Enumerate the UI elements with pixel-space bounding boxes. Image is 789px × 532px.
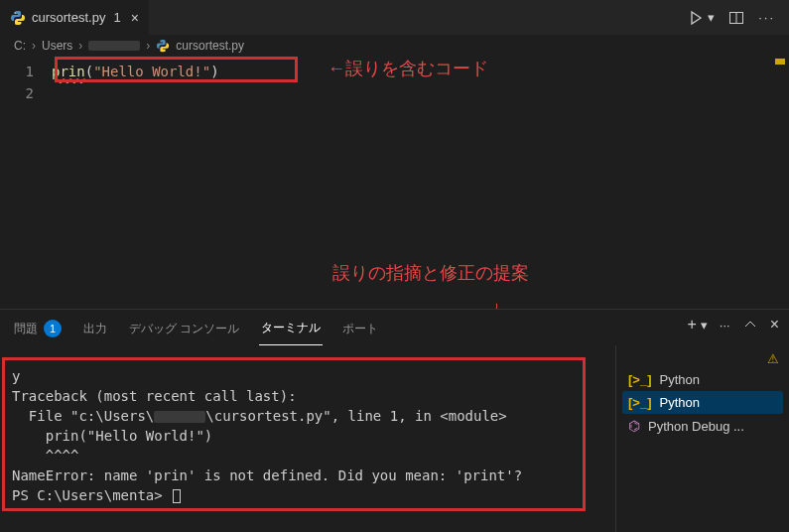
svg-point-0	[14, 12, 15, 13]
minimap-warning-marker[interactable]	[775, 59, 785, 65]
warning-icon[interactable]: ⚠	[767, 351, 779, 366]
panel-tab-debug-console[interactable]: デバッグ コンソール	[127, 317, 241, 345]
tab-dirty-indicator: 1	[113, 10, 120, 25]
breadcrumb-seg[interactable]: Users	[42, 39, 72, 53]
python-file-icon	[156, 39, 170, 53]
annotation-terminal-highlight-box	[2, 357, 586, 511]
panel-tab-output[interactable]: 出力	[81, 317, 109, 345]
python-terminal-icon: [>_]	[628, 395, 651, 410]
terminal-list-item[interactable]: [>_] Python	[622, 368, 783, 391]
editor-tab-active[interactable]: cursortest.py 1 ×	[0, 0, 150, 35]
panel-close-button[interactable]: ×	[770, 316, 779, 333]
annotation-code-error-label: ←誤りを含むコード	[328, 57, 488, 80]
tab-close-button[interactable]: ×	[131, 10, 139, 26]
panel-tab-ports[interactable]: ポート	[340, 317, 380, 345]
line-number: 2	[0, 82, 52, 104]
panel-actions: + ▾ ··· ×	[687, 316, 779, 333]
tab-filename: cursortest.py	[32, 10, 105, 25]
panel-more-icon[interactable]: ···	[720, 318, 730, 332]
chevron-right-icon: ›	[78, 39, 82, 53]
editor-actions: ▾ ···	[688, 10, 789, 26]
code-editor[interactable]: 1 prin("Hello World!") 2 ←誤りを含むコード	[0, 57, 789, 104]
breadcrumb[interactable]: C: › Users › › cursortest.py	[0, 35, 789, 57]
terminal-list-item-selected[interactable]: [>_] Python	[622, 391, 783, 414]
python-file-icon	[10, 10, 26, 26]
problems-count-badge: 1	[44, 320, 62, 337]
annotation-terminal-suggestion-label: 誤りの指摘と修正の提案	[332, 261, 529, 285]
bottom-panel: 問題 1 出力 デバッグ コンソール ターミナル ポート + ▾ ··· × y…	[0, 309, 789, 532]
run-dropdown-icon[interactable]: ▾	[708, 10, 715, 25]
more-actions-icon[interactable]: ···	[758, 10, 775, 25]
editor-tab-bar: cursortest.py 1 × ▾ ···	[0, 0, 789, 35]
debug-icon: ⌬	[628, 418, 640, 434]
run-icon[interactable]	[688, 10, 704, 26]
breadcrumb-seg-redacted	[88, 41, 140, 51]
python-terminal-icon: [>_]	[628, 372, 651, 387]
line-number: 1	[0, 61, 52, 82]
panel-tab-terminal[interactable]: ターミナル	[259, 316, 323, 345]
chevron-right-icon: ›	[32, 39, 36, 53]
panel-tab-bar: 問題 1 出力 デバッグ コンソール ターミナル ポート + ▾ ··· ×	[0, 310, 789, 345]
terminal-list-item[interactable]: ⌬ Python Debug ...	[622, 414, 783, 438]
new-terminal-button[interactable]: +	[687, 316, 696, 333]
chevron-right-icon: ›	[146, 39, 150, 53]
panel-tab-problems[interactable]: 問題 1	[12, 316, 64, 345]
svg-point-1	[20, 22, 21, 23]
panel-maximize-icon[interactable]	[742, 317, 758, 332]
new-terminal-dropdown-icon[interactable]: ▾	[701, 318, 708, 332]
terminal-output[interactable]: y Traceback (most recent call last): Fil…	[0, 345, 615, 532]
breadcrumb-file[interactable]: cursortest.py	[176, 39, 244, 53]
breadcrumb-seg[interactable]: C:	[14, 39, 26, 53]
split-editor-icon[interactable]	[728, 10, 744, 26]
terminal-list-sidebar: ⚠ [>_] Python [>_] Python ⌬ Python Debug…	[615, 345, 789, 532]
annotation-code-highlight-box	[55, 57, 298, 82]
